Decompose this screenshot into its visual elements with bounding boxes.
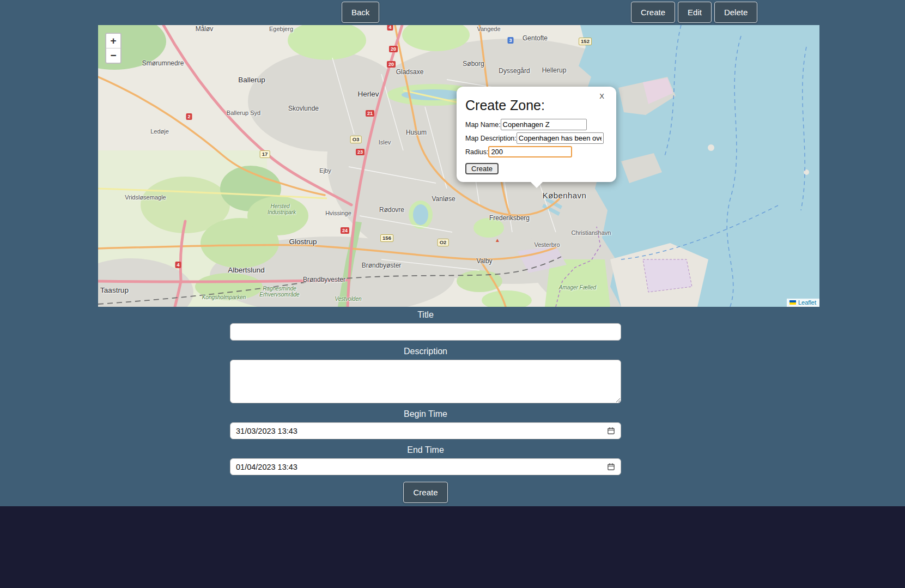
map-description-input[interactable] — [517, 132, 604, 144]
calendar-icon[interactable] — [607, 427, 615, 435]
form-create-button[interactable]: Create — [403, 482, 447, 503]
description-input[interactable] — [230, 360, 621, 403]
begin-time-value: 31/03/2023 13:43 — [236, 427, 297, 435]
calendar-icon[interactable] — [607, 463, 615, 471]
map-description-row: Map Description: — [465, 132, 608, 144]
zoom-control: + − — [105, 33, 122, 64]
top-bar: Back Create Edit Delete — [0, 0, 905, 25]
popup-close-button[interactable]: X — [599, 92, 604, 100]
ukraine-flag-icon — [789, 300, 796, 305]
leaflet-link[interactable]: Leaflet — [798, 299, 816, 306]
end-time-input[interactable]: 01/04/2023 13:43 — [230, 458, 621, 475]
description-label: Description — [230, 347, 621, 356]
begin-time-input[interactable]: 31/03/2023 13:43 — [230, 422, 621, 439]
end-time-value: 01/04/2023 13:43 — [236, 463, 297, 471]
title-input[interactable] — [230, 323, 621, 341]
begin-time-label: Begin Time — [230, 409, 621, 419]
submit-wrap: Create — [230, 482, 621, 503]
map-name-row: Map Name: — [465, 119, 608, 130]
map-description-label: Map Description: — [465, 135, 517, 142]
delete-button[interactable]: Delete — [714, 2, 757, 23]
create-button[interactable]: Create — [631, 2, 675, 23]
zoom-in-button[interactable]: + — [106, 34, 120, 48]
popup-title: Create Zone: — [465, 98, 608, 113]
radius-row: Radius: — [465, 146, 608, 157]
back-button[interactable]: Back — [342, 2, 379, 23]
map[interactable]: MåløvEgebjergVangedeGentofteSmørumnedreG… — [98, 25, 819, 307]
footer — [0, 506, 905, 588]
title-label: Title — [230, 310, 621, 320]
map-name-label: Map Name: — [465, 121, 501, 129]
edit-button[interactable]: Edit — [678, 2, 712, 23]
event-form: Title Description Begin Time 31/03/2023 … — [230, 310, 621, 503]
radius-label: Radius: — [465, 148, 488, 156]
popup-create-button[interactable]: Create — [465, 163, 499, 174]
map-attribution: Leaflet — [787, 299, 819, 307]
page: Back Create Edit Delete — [0, 0, 905, 506]
top-actions: Create Edit Delete — [631, 2, 757, 23]
create-zone-popup: X Create Zone: Map Name: Map Description… — [457, 87, 616, 182]
end-time-label: End Time — [230, 445, 621, 455]
map-name-input[interactable] — [501, 119, 587, 130]
radius-input[interactable] — [488, 146, 572, 157]
zoom-out-button[interactable]: − — [106, 48, 120, 63]
